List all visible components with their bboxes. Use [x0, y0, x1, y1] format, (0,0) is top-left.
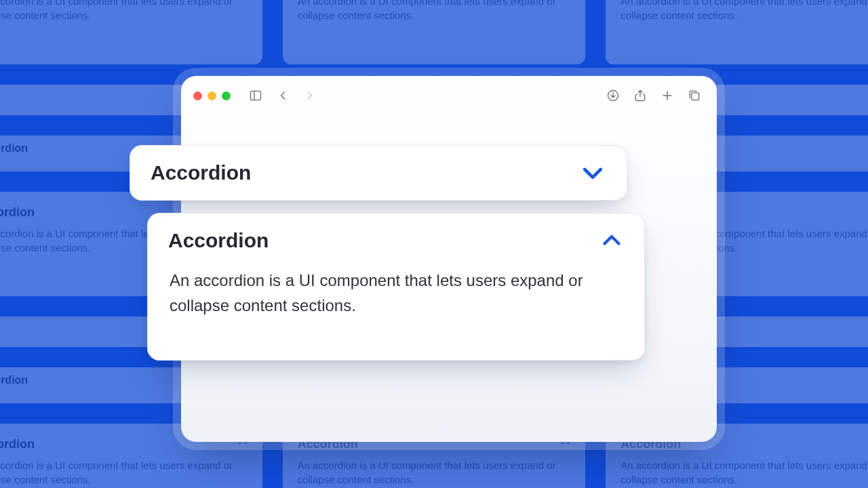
accordion-title: Accordion [168, 229, 269, 252]
new-tab-button[interactable] [657, 85, 677, 106]
accordion-expanded[interactable]: Accordion An accordion is a UI component… [147, 213, 645, 361]
forward-button[interactable] [300, 85, 320, 106]
minimize-window-button[interactable] [208, 92, 216, 100]
svg-rect-6 [692, 93, 699, 100]
accordion-body: An accordion is a UI component that lets… [148, 258, 644, 318]
browser-toolbar [181, 76, 717, 115]
tab-overview-button[interactable] [684, 85, 705, 106]
window-controls [193, 92, 231, 100]
downloads-button[interactable] [603, 85, 623, 106]
accordion-header[interactable]: Accordion [148, 214, 644, 258]
accordion-title: Accordion [151, 161, 251, 184]
accordion-header[interactable]: Accordion [130, 146, 627, 200]
chevron-up-icon [599, 228, 624, 253]
chevron-down-icon [579, 159, 606, 186]
maximize-window-button[interactable] [222, 92, 231, 100]
close-window-button[interactable] [193, 92, 202, 100]
svg-rect-0 [251, 91, 261, 100]
share-button[interactable] [630, 85, 650, 106]
accordion-collapsed[interactable]: Accordion [130, 145, 627, 201]
back-button[interactable] [273, 85, 293, 106]
sidebar-toggle-button[interactable] [245, 85, 266, 106]
